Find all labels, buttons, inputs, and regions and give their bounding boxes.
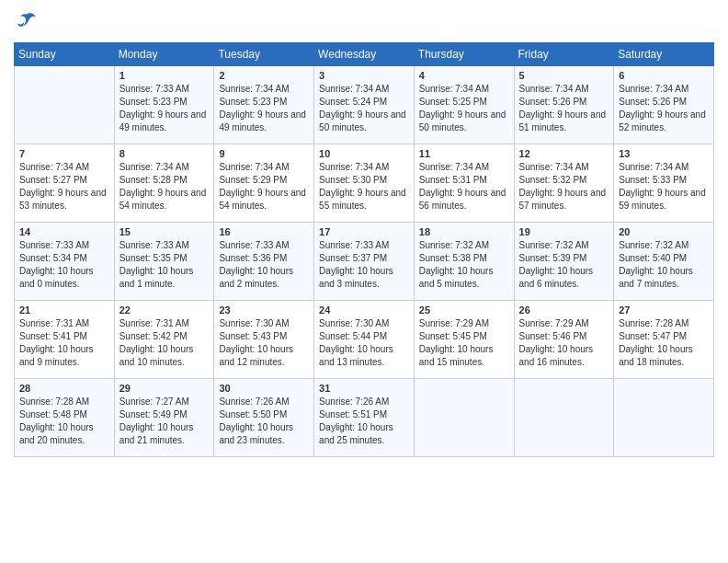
calendar-week-row: 7Sunrise: 7:34 AMSunset: 5:27 PMDaylight… (15, 144, 714, 223)
day-info: Sunrise: 7:34 AMSunset: 5:23 PMDaylight:… (219, 83, 309, 134)
calendar-table: SundayMondayTuesdayWednesdayThursdayFrid… (14, 42, 714, 457)
day-info: Sunrise: 7:32 AMSunset: 5:38 PMDaylight:… (419, 239, 509, 291)
calendar-cell (414, 379, 514, 457)
day-info: Sunrise: 7:28 AMSunset: 5:48 PMDaylight:… (19, 396, 109, 447)
calendar-cell: 3Sunrise: 7:34 AMSunset: 5:24 PMDaylight… (314, 66, 415, 144)
day-info: Sunrise: 7:31 AMSunset: 5:42 PMDaylight:… (119, 317, 210, 369)
day-number: 14 (19, 226, 109, 237)
weekday-header: Monday (114, 43, 214, 66)
day-info: Sunrise: 7:33 AMSunset: 5:36 PMDaylight:… (219, 239, 309, 291)
day-number: 8 (119, 148, 210, 159)
calendar-cell: 27Sunrise: 7:28 AMSunset: 5:47 PMDayligh… (614, 301, 714, 379)
day-info: Sunrise: 7:26 AMSunset: 5:50 PMDaylight:… (219, 396, 309, 447)
day-number: 29 (119, 383, 210, 394)
calendar-cell: 16Sunrise: 7:33 AMSunset: 5:36 PMDayligh… (214, 223, 314, 301)
calendar-cell: 26Sunrise: 7:29 AMSunset: 5:46 PMDayligh… (514, 301, 614, 379)
day-info: Sunrise: 7:33 AMSunset: 5:34 PMDaylight:… (19, 239, 109, 291)
day-number: 13 (619, 148, 709, 159)
day-number: 7 (19, 148, 109, 159)
day-number: 12 (519, 148, 609, 159)
day-info: Sunrise: 7:26 AMSunset: 5:51 PMDaylight:… (319, 396, 409, 447)
day-number: 23 (219, 304, 309, 316)
calendar-cell: 21Sunrise: 7:31 AMSunset: 5:41 PMDayligh… (15, 301, 115, 379)
calendar-cell: 15Sunrise: 7:33 AMSunset: 5:35 PMDayligh… (114, 223, 214, 301)
day-info: Sunrise: 7:34 AMSunset: 5:33 PMDaylight:… (619, 161, 709, 213)
day-number: 18 (419, 226, 509, 237)
day-info: Sunrise: 7:34 AMSunset: 5:32 PMDaylight:… (519, 161, 609, 213)
day-info: Sunrise: 7:34 AMSunset: 5:30 PMDaylight:… (319, 161, 409, 213)
day-number: 27 (619, 304, 709, 316)
day-info: Sunrise: 7:33 AMSunset: 5:37 PMDaylight:… (319, 239, 409, 291)
weekday-header: Wednesday (314, 43, 415, 66)
day-number: 15 (119, 226, 210, 237)
logo (14, 9, 43, 35)
day-number: 30 (219, 383, 309, 394)
calendar-cell: 25Sunrise: 7:29 AMSunset: 5:45 PMDayligh… (414, 301, 514, 379)
day-number: 6 (619, 70, 709, 81)
calendar-week-row: 28Sunrise: 7:28 AMSunset: 5:48 PMDayligh… (15, 379, 714, 457)
calendar-cell: 17Sunrise: 7:33 AMSunset: 5:37 PMDayligh… (314, 223, 415, 301)
weekday-header: Saturday (614, 43, 714, 66)
day-info: Sunrise: 7:30 AMSunset: 5:43 PMDaylight:… (219, 317, 309, 369)
calendar-cell: 13Sunrise: 7:34 AMSunset: 5:33 PMDayligh… (614, 144, 714, 223)
day-number: 5 (519, 70, 609, 81)
calendar-cell: 29Sunrise: 7:27 AMSunset: 5:49 PMDayligh… (114, 379, 214, 457)
weekday-header: Friday (514, 43, 614, 66)
header (14, 9, 714, 35)
calendar-cell: 10Sunrise: 7:34 AMSunset: 5:30 PMDayligh… (314, 144, 415, 223)
day-info: Sunrise: 7:34 AMSunset: 5:24 PMDaylight:… (319, 83, 409, 134)
calendar-cell: 28Sunrise: 7:28 AMSunset: 5:48 PMDayligh… (15, 379, 115, 457)
day-info: Sunrise: 7:34 AMSunset: 5:31 PMDaylight:… (419, 161, 509, 213)
day-info: Sunrise: 7:31 AMSunset: 5:41 PMDaylight:… (19, 317, 109, 369)
calendar-cell: 23Sunrise: 7:30 AMSunset: 5:43 PMDayligh… (214, 301, 314, 379)
calendar-cell: 20Sunrise: 7:32 AMSunset: 5:40 PMDayligh… (614, 223, 714, 301)
day-info: Sunrise: 7:34 AMSunset: 5:28 PMDaylight:… (119, 161, 210, 213)
calendar-week-row: 1Sunrise: 7:33 AMSunset: 5:23 PMDaylight… (15, 66, 714, 144)
day-number: 9 (219, 148, 309, 159)
day-number: 24 (319, 304, 409, 316)
calendar-cell: 30Sunrise: 7:26 AMSunset: 5:50 PMDayligh… (214, 379, 314, 457)
day-number: 21 (19, 304, 109, 316)
calendar-cell: 8Sunrise: 7:34 AMSunset: 5:28 PMDaylight… (114, 144, 214, 223)
calendar-cell (15, 66, 115, 144)
day-info: Sunrise: 7:34 AMSunset: 5:26 PMDaylight:… (519, 83, 609, 134)
day-number: 10 (319, 148, 409, 159)
calendar-cell (514, 379, 614, 457)
calendar-cell: 14Sunrise: 7:33 AMSunset: 5:34 PMDayligh… (15, 223, 115, 301)
day-number: 20 (619, 226, 709, 237)
day-number: 19 (519, 226, 609, 237)
calendar-cell: 9Sunrise: 7:34 AMSunset: 5:29 PMDaylight… (214, 144, 314, 223)
logo-bird-icon (14, 9, 40, 35)
calendar-cell: 7Sunrise: 7:34 AMSunset: 5:27 PMDaylight… (15, 144, 115, 223)
calendar-cell: 6Sunrise: 7:34 AMSunset: 5:26 PMDaylight… (614, 66, 714, 144)
day-info: Sunrise: 7:34 AMSunset: 5:29 PMDaylight:… (219, 161, 309, 213)
day-number: 1 (119, 70, 210, 81)
day-info: Sunrise: 7:34 AMSunset: 5:26 PMDaylight:… (619, 83, 709, 134)
day-number: 2 (219, 70, 309, 81)
day-info: Sunrise: 7:33 AMSunset: 5:23 PMDaylight:… (119, 83, 210, 134)
calendar-cell: 18Sunrise: 7:32 AMSunset: 5:38 PMDayligh… (414, 223, 514, 301)
calendar-cell: 2Sunrise: 7:34 AMSunset: 5:23 PMDaylight… (214, 66, 314, 144)
calendar-cell: 5Sunrise: 7:34 AMSunset: 5:26 PMDaylight… (514, 66, 614, 144)
weekday-header-row: SundayMondayTuesdayWednesdayThursdayFrid… (15, 43, 714, 66)
day-number: 17 (319, 226, 409, 237)
calendar-cell: 19Sunrise: 7:32 AMSunset: 5:39 PMDayligh… (514, 223, 614, 301)
calendar-cell: 24Sunrise: 7:30 AMSunset: 5:44 PMDayligh… (314, 301, 415, 379)
day-info: Sunrise: 7:27 AMSunset: 5:49 PMDaylight:… (119, 396, 210, 447)
day-number: 4 (419, 70, 509, 81)
calendar-week-row: 21Sunrise: 7:31 AMSunset: 5:41 PMDayligh… (15, 301, 714, 379)
day-number: 3 (319, 70, 409, 81)
calendar-cell: 22Sunrise: 7:31 AMSunset: 5:42 PMDayligh… (114, 301, 214, 379)
day-info: Sunrise: 7:32 AMSunset: 5:40 PMDaylight:… (619, 239, 709, 291)
day-info: Sunrise: 7:29 AMSunset: 5:45 PMDaylight:… (419, 317, 509, 369)
day-info: Sunrise: 7:29 AMSunset: 5:46 PMDaylight:… (519, 317, 609, 369)
day-info: Sunrise: 7:28 AMSunset: 5:47 PMDaylight:… (619, 317, 709, 369)
day-info: Sunrise: 7:32 AMSunset: 5:39 PMDaylight:… (519, 239, 609, 291)
day-info: Sunrise: 7:33 AMSunset: 5:35 PMDaylight:… (119, 239, 210, 291)
weekday-header: Tuesday (214, 43, 314, 66)
day-number: 28 (19, 383, 109, 394)
day-info: Sunrise: 7:30 AMSunset: 5:44 PMDaylight:… (319, 317, 409, 369)
calendar-cell (614, 379, 714, 457)
calendar-cell: 4Sunrise: 7:34 AMSunset: 5:25 PMDaylight… (414, 66, 514, 144)
page-container: SundayMondayTuesdayWednesdayThursdayFrid… (0, 0, 728, 466)
